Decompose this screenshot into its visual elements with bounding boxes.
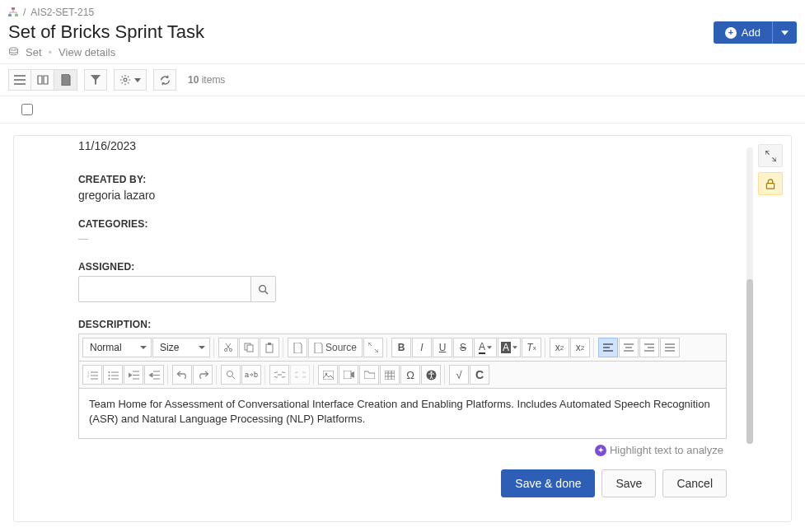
textcolor-button[interactable]: A [474,338,497,357]
hierarchy-icon [8,7,18,17]
code-button[interactable]: C [470,365,489,385]
page-icon-button[interactable] [288,338,307,357]
svg-point-17 [108,378,110,380]
underline-button[interactable]: U [433,338,452,357]
superscript-button[interactable]: x2 [570,338,590,357]
svg-point-15 [108,371,110,373]
assigned-label: ASSIGNED: [78,261,727,273]
outdent-button[interactable] [124,365,143,385]
breadcrumb-separator: / [23,7,26,18]
add-button[interactable]: + Add [714,21,772,44]
save-button[interactable]: Save [601,469,656,497]
view-details-link[interactable]: View details [59,46,115,58]
svg-point-6 [260,285,266,292]
add-dropdown-button[interactable] [772,21,797,44]
item-count-label: items [202,74,226,86]
align-left-button[interactable] [598,338,618,357]
align-right-button[interactable] [639,338,659,357]
list-toolbar: 10 items [0,63,805,96]
svg-rect-11 [266,344,273,352]
created-by-label: CREATED BY: [78,174,727,185]
cut-button[interactable] [218,338,238,357]
bgcolor-button[interactable]: A [498,338,521,357]
add-button-label: Add [742,26,761,39]
size-select[interactable]: Size [152,338,210,357]
bold-button[interactable]: B [391,338,411,357]
rich-text-editor: Normal Size [78,334,727,439]
svg-rect-2 [15,14,18,16]
meta-separator: • [49,46,53,58]
svg-text:2: 2 [87,374,90,378]
ordered-list-button[interactable]: 12 [82,365,102,385]
page-title: Set of Bricks Sprint Task [8,21,204,43]
strike-button[interactable]: S [453,338,473,357]
source-button[interactable]: Source [308,338,363,357]
item-count-number: 10 [188,74,199,86]
folder-button[interactable] [359,365,379,385]
breadcrumb: / AIS2-SET-215 [0,0,805,21]
svg-point-18 [227,371,233,377]
select-row [0,96,805,124]
copy-button[interactable] [239,338,259,357]
redo-button[interactable] [193,365,213,385]
svg-point-3 [10,48,18,50]
table-button[interactable] [380,365,400,385]
replace-button[interactable]: ab [241,365,261,385]
subscript-button[interactable]: x2 [550,338,569,357]
svg-rect-0 [12,7,15,10]
italic-button[interactable]: I [412,338,432,357]
indent-button[interactable] [144,365,164,385]
math-button[interactable]: √ [449,365,469,385]
view-page-button[interactable] [54,69,77,91]
highlight-hint: Highlight text to analyze [610,444,723,456]
gear-icon [119,74,131,86]
caret-down-icon [134,78,141,82]
accessibility-button[interactable] [421,365,441,385]
clear-format-button[interactable]: Tx [522,338,541,357]
svg-rect-12 [268,343,271,345]
view-read-button[interactable] [31,69,54,91]
description-label: DESCRIPTION: [78,319,727,330]
cancel-button[interactable]: Cancel [662,469,727,497]
special-char-button[interactable]: Ω [400,365,420,385]
date-value: 11/16/2023 [78,139,727,152]
align-center-button[interactable] [619,338,639,357]
link-button[interactable] [269,365,289,385]
align-justify-button[interactable] [660,338,680,357]
db-icon [8,47,19,58]
assigned-search-button[interactable] [251,276,276,302]
refresh-button[interactable] [153,69,176,91]
filter-button[interactable] [84,69,107,91]
settings-dropdown[interactable] [114,69,147,91]
categories-value: — [78,233,727,245]
svg-rect-21 [344,371,351,379]
plus-circle-icon: + [725,27,737,39]
svg-point-24 [430,371,432,372]
svg-point-4 [124,78,127,82]
svg-rect-10 [247,345,253,352]
breadcrumb-id[interactable]: AIS2-SET-215 [30,7,94,18]
svg-rect-19 [323,371,334,380]
sparkle-icon: ✦ [595,445,606,456]
item-count: 10 items [188,74,225,86]
type-label: Set [26,46,42,58]
svg-rect-22 [385,371,395,380]
undo-button[interactable] [172,365,192,385]
unlink-button[interactable] [290,365,310,385]
format-select[interactable]: Normal [82,338,152,357]
video-button[interactable] [339,365,358,385]
title-row: Set of Bricks Sprint Task Set • View det… [0,21,805,63]
save-done-button[interactable]: Save & done [501,469,595,497]
view-list-button[interactable] [8,69,31,91]
bullet-list-button[interactable] [103,365,123,385]
document-icon [314,343,323,353]
categories-label: CATEGORIES: [78,218,727,230]
svg-point-16 [108,375,110,376]
image-button[interactable] [318,365,338,385]
assigned-input[interactable] [78,276,251,302]
maximize-button[interactable] [363,338,383,357]
description-textarea[interactable]: Team Home for Assessment of Conversation… [79,389,726,438]
paste-button[interactable] [260,338,279,357]
find-button[interactable] [221,365,241,385]
select-all-checkbox[interactable] [21,104,33,115]
